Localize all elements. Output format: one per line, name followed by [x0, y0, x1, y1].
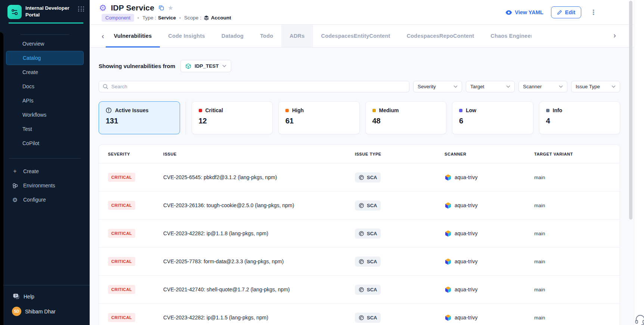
- filter-target[interactable]: Target: [466, 81, 515, 92]
- header-actions: View YAML Edit ⋮: [505, 6, 598, 18]
- stat-value: 6: [459, 117, 526, 125]
- chevron-down-icon: [559, 85, 563, 88]
- filter-issue-type[interactable]: Issue Type: [571, 81, 620, 92]
- chevron-down-icon: [222, 65, 226, 67]
- filter-severity[interactable]: Severity: [413, 81, 462, 92]
- scope-value: Account: [211, 15, 231, 21]
- tab-vulnerabilities[interactable]: Vulnerabilities: [106, 25, 160, 47]
- severity-badge: CRITICAL: [108, 313, 135, 322]
- search-input[interactable]: [111, 84, 405, 89]
- eye-icon: [505, 10, 512, 15]
- separator-dot: [179, 17, 181, 19]
- stats-divider: [186, 101, 186, 134]
- severity-badge: CRITICAL: [108, 257, 135, 266]
- issue-cell: CVE-2025-7783: form-data@2.3.3 (lang-pkg…: [163, 258, 355, 264]
- sidebar-tools: + Create Environments ⚙ Configure: [0, 164, 90, 207]
- kind-badge: Component: [102, 14, 134, 22]
- tab-datadog[interactable]: Datadog: [213, 25, 252, 47]
- sidebar-configure-button[interactable]: ⚙ Configure: [6, 193, 84, 207]
- sidebar-item-catalog[interactable]: Catalog: [6, 51, 84, 65]
- high-dot-icon: [285, 109, 289, 112]
- stat-card-active-issues[interactable]: Active Issues 131: [99, 101, 180, 134]
- user-menu[interactable]: SD Shibam Dhar: [0, 300, 90, 316]
- app-title: Internal Developer Portal: [25, 5, 69, 18]
- stat-card-info[interactable]: Info 4: [539, 101, 620, 134]
- sidebar-footer: ? Help SD Shibam Dhar: [0, 285, 90, 316]
- view-yaml-button[interactable]: View YAML: [505, 9, 543, 15]
- tab-bar: ‹ Vulnerabilities Code Insights Datadog …: [90, 25, 634, 47]
- severity-badge: CRITICAL: [108, 229, 135, 238]
- plus-icon: +: [11, 168, 19, 175]
- tab-code-insights[interactable]: Code Insights: [160, 25, 213, 47]
- sca-icon: [359, 287, 364, 292]
- favorite-star-icon[interactable]: ★: [168, 4, 173, 12]
- sidebar-edge: [0, 32, 3, 325]
- support-headset-icon[interactable]: [635, 315, 644, 325]
- table-row[interactable]: CRITICAL CVE-2021-42740: shell-quote@1.7…: [99, 276, 620, 304]
- sidebar-item-copilot[interactable]: CoPilot: [6, 136, 84, 150]
- app-switcher-icon[interactable]: [78, 6, 84, 12]
- issue-cell: CVE-2023-26136: tough-cookie@2.5.0 (lang…: [163, 202, 355, 208]
- trivy-icon: [445, 230, 452, 237]
- issue-type-badge: SCA: [355, 257, 381, 267]
- tab-codespaces-entity-content[interactable]: CodespacesEntityContent: [313, 25, 399, 47]
- target-variant-cell: main: [534, 259, 611, 264]
- sca-icon: [359, 315, 364, 321]
- vulnerabilities-panel: Showing vulnerabilities from IDP_TEST: [90, 47, 634, 325]
- stat-card-high[interactable]: High 61: [278, 101, 360, 134]
- tab-todo[interactable]: Todo: [252, 25, 281, 47]
- trivy-icon: [445, 202, 452, 209]
- tab-codespaces-repo-content[interactable]: CodespacesRepoContent: [399, 25, 483, 47]
- stat-card-low[interactable]: Low 6: [452, 101, 533, 134]
- sidebar-item-apis[interactable]: APIs: [6, 93, 84, 108]
- stat-value: 48: [372, 117, 440, 125]
- tab-adrs[interactable]: ADRs: [281, 25, 313, 47]
- sidebar-item-create[interactable]: Create: [6, 65, 84, 79]
- separator-dot: [137, 17, 139, 19]
- source-select[interactable]: IDP_TEST: [180, 60, 231, 72]
- tabs-scroll-right-icon[interactable]: ›: [612, 31, 617, 39]
- svg-text:?: ?: [15, 294, 16, 298]
- sidebar-item-workflows[interactable]: Workflows: [6, 108, 84, 122]
- right-margin: [634, 0, 644, 325]
- scope-label: Scope :: [184, 15, 201, 21]
- vertical-scrollbar[interactable]: [629, 1, 632, 220]
- sidebar-item-test[interactable]: Test: [6, 122, 84, 136]
- trivy-icon: [445, 314, 452, 321]
- table-row[interactable]: CRITICAL CVE-2023-42282: ip@1.1.5 (lang-…: [99, 304, 620, 325]
- edit-button[interactable]: Edit: [551, 6, 581, 18]
- table-row[interactable]: CRITICAL CVE-2025-7783: form-data@2.3.3 …: [99, 248, 620, 276]
- chevron-down-icon: [612, 85, 616, 88]
- sidebar-item-docs[interactable]: Docs: [6, 79, 84, 93]
- sidebar-item-overview[interactable]: Overview: [6, 37, 84, 51]
- more-options-icon[interactable]: ⋮: [589, 8, 598, 16]
- layers-icon: [204, 15, 209, 21]
- trivy-icon: [445, 174, 452, 181]
- sidebar-create-button[interactable]: + Create: [6, 164, 84, 178]
- service-gear-icon: ⚙: [99, 4, 107, 12]
- issue-type-badge: SCA: [355, 313, 381, 323]
- alert-circle-icon: [106, 107, 112, 113]
- stat-card-critical[interactable]: Critical 12: [192, 101, 273, 134]
- entity-header: ⚙ IDP Service ★ Component Type : Service…: [90, 0, 634, 25]
- info-dot-icon: [546, 109, 549, 112]
- issue-type-badge: SCA: [355, 229, 381, 239]
- table-row[interactable]: CRITICAL CVE-2025-6545: pbkdf2@3.1.2 (la…: [99, 163, 620, 191]
- stat-card-medium[interactable]: Medium 48: [365, 101, 447, 134]
- copy-icon[interactable]: [158, 5, 164, 11]
- scanner-cell: aqua-trivy: [445, 174, 534, 181]
- table-row[interactable]: CRITICAL CVE-2023-26136: tough-cookie@2.…: [99, 191, 620, 220]
- low-dot-icon: [459, 109, 462, 112]
- filter-scanner[interactable]: Scanner: [518, 81, 567, 92]
- tab-chaos-engineering[interactable]: Chaos Engineerin: [482, 25, 532, 47]
- sidebar-header: Internal Developer Portal: [0, 0, 90, 19]
- sca-icon: [359, 203, 364, 208]
- table-row[interactable]: CRITICAL CVE-2023-42282: ip@1.1.8 (lang-…: [99, 220, 620, 248]
- help-button[interactable]: ? Help: [0, 285, 90, 300]
- severity-badge: CRITICAL: [108, 201, 135, 210]
- stat-value: 12: [199, 117, 266, 125]
- tabs-scroll-left-icon[interactable]: ‹: [100, 32, 106, 40]
- issue-cell: CVE-2023-42282: ip@1.1.8 (lang-pkgs, npm…: [163, 230, 355, 236]
- sidebar-environments-button[interactable]: Environments: [6, 178, 84, 193]
- environments-icon: [11, 183, 19, 189]
